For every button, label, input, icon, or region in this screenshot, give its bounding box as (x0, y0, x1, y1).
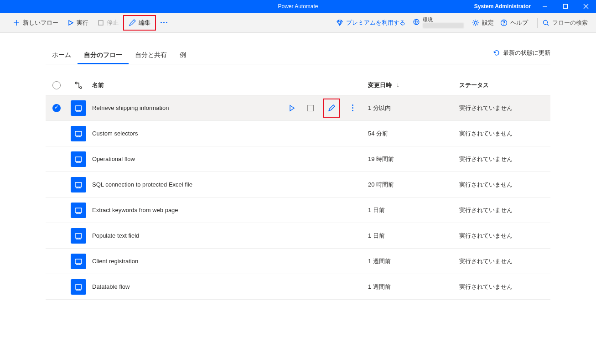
col-check-header[interactable] (46, 81, 67, 89)
row-checkbox[interactable] (46, 104, 67, 112)
user-name[interactable]: System Administrator (474, 3, 531, 10)
flow-modified: 20 時間前 (368, 181, 459, 189)
col-modified-header[interactable]: 変更日時↓ (368, 81, 459, 89)
more-icon (161, 22, 167, 23)
svg-rect-45 (75, 285, 82, 289)
col-status-header[interactable]: ステータス (459, 81, 550, 89)
new-flow-button[interactable]: 新しいフロー (8, 16, 63, 30)
row-checkbox[interactable] (46, 283, 67, 291)
row-checkbox[interactable] (46, 206, 67, 214)
maximize-button[interactable] (555, 0, 575, 13)
tab-my-flows[interactable]: 自分のフロー (78, 47, 129, 64)
flow-name[interactable]: Operational flow (89, 156, 286, 162)
env-label: 環境 (423, 17, 464, 22)
toolbar: 新しいフロー 実行 停止 編集 プレミアムを利用する 環境 設定 (0, 13, 596, 33)
row-checkbox[interactable] (46, 155, 67, 163)
row-checkbox[interactable] (46, 130, 67, 138)
flow-name[interactable]: Retrieve shipping information (89, 104, 286, 111)
flow-name[interactable]: Extract keywords from web page (89, 207, 286, 213)
svg-marker-20 (290, 105, 294, 111)
edit-label: 編集 (139, 19, 150, 27)
flow-name[interactable]: Populate text field (89, 232, 286, 239)
col-name-header[interactable]: 名前 (89, 81, 286, 89)
help-label: ヘルプ (510, 19, 528, 27)
premium-label: プレミアムを利用する (346, 19, 405, 27)
flow-status: 実行されていません (459, 257, 550, 265)
svg-rect-25 (75, 157, 82, 161)
table-row[interactable]: Client registration 1 週間前 実行されていません (46, 249, 550, 274)
flow-name[interactable]: Datatable flow (89, 283, 286, 290)
help-icon (500, 19, 508, 26)
tabs: ホーム 自分のフロー 自分と共有 例 最新の状態に更新 (46, 47, 550, 64)
app-title: Power Automate (278, 3, 318, 10)
tab-examples[interactable]: 例 (173, 47, 192, 64)
svg-rect-33 (75, 208, 82, 213)
settings-button[interactable]: 設定 (472, 19, 494, 27)
row-checkbox[interactable] (46, 257, 67, 265)
flow-type-icon (67, 100, 89, 116)
svg-point-14 (75, 82, 77, 84)
flow-name[interactable]: SQL connection to protected Excel file (89, 181, 286, 188)
row-checkbox[interactable] (46, 181, 67, 189)
stop-button: 停止 (93, 16, 123, 30)
row-more-button[interactable] (347, 101, 359, 115)
run-label: 実行 (77, 19, 88, 27)
row-checkbox[interactable] (46, 232, 67, 240)
flow-name[interactable]: Custom selectors (89, 130, 286, 137)
titlebar: Power Automate System Administrator (0, 0, 596, 13)
close-button[interactable] (575, 0, 596, 13)
flow-type-icon (67, 228, 89, 244)
stop-icon (98, 20, 104, 26)
environment-selector[interactable]: 環境 (413, 17, 464, 28)
more-button[interactable] (156, 19, 172, 26)
row-edit-button[interactable] (323, 99, 340, 118)
row-run-button[interactable] (286, 101, 298, 115)
col-icon-header[interactable] (67, 81, 89, 89)
svg-point-9 (474, 21, 477, 24)
refresh-label: 最新の状態に更新 (503, 49, 550, 57)
row-stop-button[interactable] (305, 101, 317, 115)
tab-shared[interactable]: 自分と共有 (129, 47, 173, 64)
flow-status: 実行されていません (459, 104, 550, 112)
edit-button[interactable]: 編集 (123, 15, 156, 31)
refresh-button[interactable]: 最新の状態に更新 (493, 49, 550, 62)
settings-label: 設定 (482, 19, 494, 27)
svg-rect-41 (75, 259, 82, 264)
svg-rect-21 (75, 131, 82, 136)
flow-status: 実行されていません (459, 130, 550, 138)
table-row[interactable]: Custom selectors 54 分前 実行されていません (46, 121, 550, 146)
search-flows[interactable]: フローの検索 (542, 19, 588, 27)
flow-status: 実行されていません (459, 155, 550, 163)
flow-modified: 54 分前 (368, 130, 459, 138)
help-button[interactable]: ヘルプ (500, 19, 528, 27)
globe-icon (413, 18, 420, 26)
flow-modified: 1 週間前 (368, 283, 459, 291)
flow-type-icon (67, 126, 89, 141)
svg-rect-16 (75, 106, 82, 110)
play-icon (67, 20, 74, 26)
table-row[interactable]: Populate text field 1 日前 実行されていません (46, 223, 550, 249)
flow-type-icon (67, 203, 89, 218)
table-row[interactable]: SQL connection to protected Excel file 2… (46, 172, 550, 198)
table-row[interactable]: Extract keywords from web page 1 日前 実行され… (46, 198, 550, 223)
table-row[interactable]: Operational flow 19 時間前 実行されていません (46, 146, 550, 172)
tab-home[interactable]: ホーム (46, 47, 78, 64)
flow-status: 実行されていません (459, 283, 550, 291)
flow-status: 実行されていません (459, 232, 550, 240)
flow-modified: 1 週間前 (368, 257, 459, 265)
flow-type-icon (67, 151, 89, 167)
table-row[interactable]: Datatable flow 1 週間前 実行されていません (46, 274, 550, 300)
flow-status: 実行されていません (459, 206, 550, 214)
new-flow-label: 新しいフロー (23, 19, 58, 27)
stop-label: 停止 (107, 19, 119, 27)
flow-type-icon (67, 279, 89, 295)
flow-name[interactable]: Client registration (89, 258, 286, 265)
minimize-button[interactable] (534, 0, 555, 13)
svg-line-13 (547, 24, 549, 26)
flows-table: 名前 変更日時↓ ステータス Retrieve shipping informa… (46, 75, 550, 300)
diamond-icon (336, 19, 343, 26)
table-row[interactable]: Retrieve shipping information 1 分以内 実行され… (46, 95, 550, 121)
plus-icon (13, 19, 20, 26)
run-button[interactable]: 実行 (63, 16, 93, 30)
premium-button[interactable]: プレミアムを利用する (336, 19, 405, 27)
